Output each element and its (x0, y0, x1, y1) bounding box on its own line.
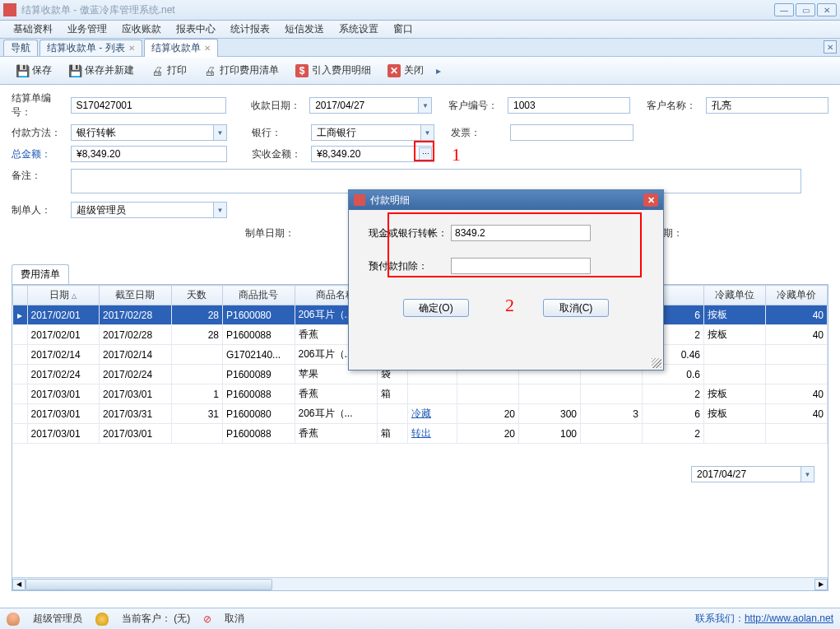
printer-icon: 🖨 (203, 64, 216, 77)
annotation-label-2: 2 (505, 295, 514, 316)
close-icon[interactable]: ✕ (128, 44, 135, 53)
save-icon: 💾 (16, 64, 29, 77)
bank-label: 银行： (252, 126, 301, 140)
tab-nav[interactable]: 导航 (3, 40, 38, 56)
bank-combo[interactable]: ▼ (311, 124, 434, 141)
menu-reports[interactable]: 报表中心 (169, 21, 222, 38)
cust-no-field[interactable] (508, 97, 630, 114)
table-row[interactable]: 2017/03/012017/03/01P1600088香蕉箱转出201002 (13, 424, 828, 444)
actual-label: 实收金额： (252, 147, 311, 161)
pay-method-combo[interactable]: ▼ (71, 124, 227, 141)
menu-business[interactable]: 业务管理 (61, 21, 114, 38)
make-date-label: 制单日期： (245, 226, 304, 240)
menu-window[interactable]: 窗口 (387, 21, 420, 38)
ok-button[interactable]: 确定(O) (403, 299, 469, 317)
cancel-button[interactable]: 取消(C) (543, 299, 609, 317)
close-window-button[interactable]: ✕ (817, 3, 837, 16)
save-button[interactable]: 💾保存 (8, 59, 59, 82)
invoice-label: 发票： (451, 126, 510, 140)
dialog-titlebar[interactable]: 付款明细 ✕ (349, 190, 663, 210)
horizontal-scrollbar[interactable]: ◀ ▶ (12, 577, 828, 590)
printer-icon: 🖨 (151, 64, 164, 77)
cust-name-field[interactable] (706, 97, 828, 114)
operation-link[interactable]: 转出 (411, 427, 431, 439)
window-titlebar: 结算收款单 - 傲蓝冷库管理系统.net — ▭ ✕ (0, 0, 840, 21)
cash-label: 现金或银行转帐： (369, 226, 451, 240)
table-row[interactable]: 2017/03/012017/03/3131P1600080206耳片（...冷… (13, 404, 828, 424)
payment-detail-dialog: 付款明细 ✕ 现金或银行转帐： 预付款扣除： 确定(O) 取消(C) (348, 189, 664, 370)
print-button[interactable]: 🖨打印 (143, 59, 194, 82)
review-date-field[interactable]: ▼ (691, 466, 814, 482)
id-label: 结算单编号： (12, 91, 71, 119)
close-icon: ✕ (388, 64, 401, 77)
minimize-button[interactable]: — (774, 3, 794, 16)
recv-date-field[interactable]: ▼ (309, 97, 432, 114)
ellipsis-button[interactable]: ⋯ (419, 147, 432, 161)
contact-link[interactable]: 联系我们：http://www.aolan.net (695, 612, 833, 626)
menu-bar: 基础资料 业务管理 应收账款 报表中心 统计报表 短信发送 系统设置 窗口 (0, 21, 840, 39)
resize-grip[interactable] (652, 358, 661, 368)
chevron-down-icon: ▼ (418, 98, 431, 113)
scroll-right-button[interactable]: ▶ (814, 579, 828, 590)
current-customer-label: 当前客户： (无) (122, 612, 190, 626)
toolbar-overflow-button[interactable]: ▸ (433, 62, 444, 80)
total-label: 总金额： (12, 147, 71, 161)
close-button[interactable]: ✕关闭 (380, 59, 431, 82)
scroll-thumb[interactable] (26, 579, 272, 590)
maker-combo[interactable]: ▼ (71, 202, 227, 218)
maximize-button[interactable]: ▭ (796, 3, 815, 16)
cancel-icon: ⊘ (203, 613, 211, 625)
pay-method-label: 付款方法： (12, 126, 71, 140)
user-icon (7, 613, 20, 626)
dialog-icon (354, 194, 365, 206)
window-title: 结算收款单 - 傲蓝冷库管理系统.net (21, 3, 774, 17)
print-fee-button[interactable]: 🖨打印费用清单 (196, 59, 286, 82)
remark-label: 备注： (12, 169, 71, 183)
cust-name-label: 客户名称： (647, 99, 706, 113)
cash-input[interactable] (451, 225, 591, 241)
tab-detail[interactable]: 结算收款单✕ (144, 39, 218, 57)
scroll-left-button[interactable]: ◀ (12, 579, 26, 590)
menu-basic[interactable]: 基础资料 (7, 21, 59, 38)
operation-link[interactable]: 冷藏 (411, 408, 431, 419)
app-icon (3, 3, 16, 16)
menu-stats[interactable]: 统计报表 (224, 21, 276, 38)
dialog-title: 付款明细 (370, 193, 410, 207)
tab-fee-list[interactable]: 费用清单 (12, 264, 69, 284)
status-cancel[interactable]: 取消 (225, 612, 244, 626)
chevron-down-icon: ▼ (213, 125, 226, 140)
prepay-input[interactable] (451, 258, 591, 274)
status-user: 超级管理员 (33, 612, 82, 626)
dialog-close-button[interactable]: ✕ (643, 193, 658, 207)
tabs-close-all-button[interactable]: ✕ (824, 40, 837, 54)
total-field[interactable] (71, 146, 227, 162)
tab-list[interactable]: 结算收款单 - 列表✕ (39, 40, 142, 56)
import-fee-button[interactable]: $引入费用明细 (288, 59, 378, 82)
cust-no-label: 客户编号： (448, 99, 508, 113)
status-bar: 超级管理员 当前客户： (无) ⊘ 取消 联系我们：http://www.aol… (0, 608, 840, 629)
menu-receivable[interactable]: 应收账款 (115, 21, 168, 38)
menu-sms[interactable]: 短信发送 (278, 21, 331, 38)
menu-settings[interactable]: 系统设置 (332, 21, 385, 38)
chevron-down-icon: ▼ (213, 203, 226, 217)
chevron-down-icon: ▼ (420, 125, 434, 140)
maker-label: 制单人： (12, 203, 71, 217)
annotation-label-1: 1 (452, 144, 461, 165)
toolbar: 💾保存 💾保存并新建 🖨打印 🖨打印费用清单 $引入费用明细 ✕关闭 ▸ (0, 57, 840, 85)
prepay-label: 预付款扣除： (369, 259, 451, 273)
save-new-icon: 💾 (68, 64, 81, 77)
table-row[interactable]: 2017/03/012017/03/011P1600088香蕉箱2按板40 (13, 384, 828, 404)
close-icon[interactable]: ✕ (204, 44, 211, 53)
document-tabs: 导航 结算收款单 - 列表✕ 结算收款单✕ ✕ (0, 39, 840, 57)
review-date-label: 期： (663, 226, 722, 240)
save-new-button[interactable]: 💾保存并新建 (61, 59, 142, 82)
dollar-icon: $ (295, 64, 309, 77)
id-field[interactable] (71, 97, 226, 114)
invoice-field[interactable] (510, 124, 633, 141)
user-icon (95, 613, 109, 626)
chevron-down-icon: ▼ (801, 467, 814, 482)
recv-date-label: 收款日期： (251, 99, 310, 113)
actual-field[interactable]: ⋯ (311, 146, 434, 162)
